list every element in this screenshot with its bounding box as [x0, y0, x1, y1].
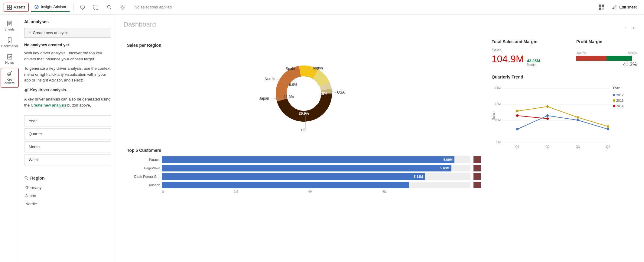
analyses-panel: All analyses + Create new analysis No an…	[19, 14, 116, 262]
bar-track-paracel: 5.69M	[162, 156, 470, 163]
svg-point-71	[613, 105, 615, 107]
nav-arrows: ‹ ›	[623, 24, 637, 31]
sales-region-title: Sales per Region	[127, 43, 481, 48]
svg-text:Japan: Japan	[259, 96, 269, 101]
dashboard-area: Dashboard ‹ › Sales per Region	[116, 14, 644, 262]
svg-text:9.9%: 9.9%	[289, 83, 298, 87]
region-japan[interactable]: Japan	[24, 192, 111, 200]
sidebar-icons: Sheets Bookmarks Notes	[0, 14, 19, 262]
bar-mini-pagewave	[473, 165, 481, 171]
dot-2013-q4	[607, 125, 609, 128]
top-nav: Assets Insight Advisor No selections a	[0, 0, 644, 14]
selection-icon	[93, 4, 99, 10]
svg-text:14M: 14M	[495, 86, 501, 90]
filter-list: Year Quarter Month Week	[24, 112, 111, 171]
svg-rect-6	[94, 5, 98, 9]
svg-point-27	[25, 177, 27, 179]
margin-info: 43.25M Margin	[527, 59, 540, 66]
create-btn-label: Create new analysis	[33, 30, 68, 35]
svg-point-24	[25, 89, 27, 92]
grid-view-icon[interactable]	[598, 4, 605, 11]
svg-text:Q4: Q4	[606, 145, 610, 149]
svg-point-69	[613, 99, 615, 102]
prev-arrow[interactable]: ‹	[623, 24, 629, 31]
dot-2012-q2	[546, 114, 549, 117]
dot-2013-q1	[516, 110, 519, 112]
svg-text:10M: 10M	[495, 118, 501, 122]
svg-rect-1	[10, 5, 11, 7]
svg-text:2014: 2014	[616, 104, 623, 108]
create-new-link[interactable]: Create new analysis	[31, 103, 66, 107]
svg-text:26.9%: 26.9%	[299, 111, 309, 116]
quarterly-svg: 14M 12M 10M 8M Sales Q1	[492, 83, 631, 149]
donut-svg: USA UK Japan Nordic Spain Region 45.5% 2…	[240, 51, 367, 136]
quarterly-trend-card: Quarterly Trend 14M 12M 10M 8M Sales	[492, 75, 637, 150]
bookmarks-icon	[7, 37, 13, 43]
bar-chart: Paracel 5.69M PageWave	[127, 156, 481, 193]
svg-rect-8	[599, 5, 601, 7]
region-nordic[interactable]: Nordic	[24, 200, 111, 208]
lasso-button[interactable]	[77, 2, 88, 12]
profit-range-labels: -50.0% 50.0%	[576, 51, 637, 55]
svg-rect-16	[8, 54, 12, 59]
sidebar-item-sheets[interactable]: Sheets	[1, 18, 19, 34]
svg-point-67	[613, 94, 615, 96]
filter-quarter[interactable]: Quarter	[24, 128, 111, 139]
sidebar-item-bookmarks[interactable]: Bookmarks	[1, 35, 19, 50]
next-arrow[interactable]: ›	[630, 24, 637, 31]
profit-margin-card: Profit Margin -50.0% 50.0% 41.3%	[576, 39, 637, 67]
region-germany[interactable]: Germany	[24, 184, 111, 192]
filter-month[interactable]: Month	[24, 141, 111, 152]
settings-button[interactable]	[117, 2, 128, 12]
insight-advisor-button[interactable]: Insight Advisor	[31, 3, 70, 12]
lasso-icon	[80, 4, 86, 10]
panel-text-key-driver: Key driver analysis.	[24, 87, 111, 93]
bar-label-talarian: Talarian	[127, 183, 160, 187]
main-layout: Sheets Bookmarks Notes	[0, 14, 644, 262]
svg-point-4	[35, 5, 38, 9]
profit-green	[607, 56, 632, 61]
charts-right: Total Sales and Margin Sales 104.9M 43.2…	[492, 39, 637, 197]
sales-value: 104.9M	[492, 53, 524, 65]
dot-2012-q1	[516, 128, 519, 130]
edit-sheet-button[interactable]: Edit sheet	[608, 3, 640, 12]
create-new-analysis-button[interactable]: + Create new analysis	[24, 28, 111, 38]
dot-2013-q2	[546, 105, 549, 108]
search-icon	[24, 176, 28, 180]
svg-text:USA: USA	[337, 90, 345, 94]
filter-week[interactable]: Week	[24, 154, 111, 165]
bar-fill-paracel: 5.69M	[162, 156, 454, 163]
key-drivers-icon	[7, 71, 13, 77]
profit-marker	[632, 55, 632, 61]
no-analyses-text: No analyses created yet	[24, 43, 111, 47]
refresh-icon	[106, 4, 112, 10]
sidebar-item-key-drivers[interactable]: Key drivers	[1, 68, 19, 88]
sales-data: Sales 104.9M 43.25M Margin	[492, 48, 570, 66]
svg-text:Q2: Q2	[545, 145, 550, 149]
notes-icon	[7, 54, 13, 60]
bar-track-talarian	[162, 182, 470, 188]
dashboard-content: Sales per Region	[123, 39, 637, 197]
assets-button[interactable]: Assets	[4, 3, 29, 12]
selection-button[interactable]	[90, 2, 101, 12]
svg-text:12M: 12M	[495, 102, 501, 106]
region-filter-title: Region	[24, 176, 111, 181]
nav-divider	[73, 3, 73, 11]
all-analyses-title: All analyses	[24, 19, 111, 24]
bar-label-deak: Deak-Perera Gr...	[127, 175, 160, 178]
nav-right: Edit sheet	[598, 3, 640, 12]
sidebar-item-notes[interactable]: Notes	[1, 51, 19, 67]
bar-label-paracel: Paracel	[127, 158, 160, 161]
no-selections-label: No selections applied	[130, 3, 176, 11]
svg-text:2012: 2012	[616, 93, 623, 97]
filter-year[interactable]: Year	[24, 115, 111, 126]
refresh-button[interactable]	[104, 2, 115, 12]
charts-left: Sales per Region	[123, 39, 484, 197]
bar-row-paracel: Paracel 5.69M	[127, 156, 481, 163]
svg-text:Year: Year	[613, 86, 620, 90]
bar-value-paracel: 5.69M	[443, 158, 453, 161]
bar-axis: 0 2M 4M 6M	[127, 190, 481, 193]
edit-icon	[612, 5, 617, 10]
bar-mini-talarian	[473, 182, 481, 188]
panel-text-1: With key driver analysis, uncover the to…	[24, 50, 111, 62]
